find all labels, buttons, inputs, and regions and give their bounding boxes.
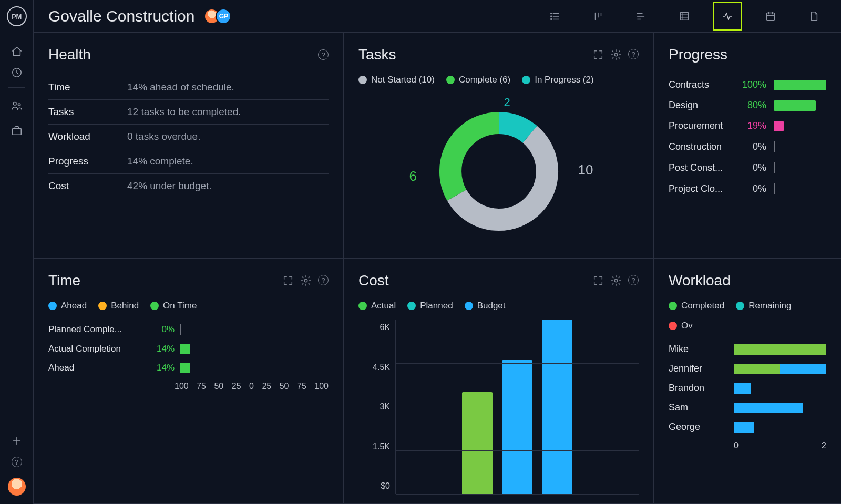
panel-title: Health bbox=[48, 46, 91, 63]
expand-icon[interactable] bbox=[282, 275, 294, 286]
gear-icon[interactable] bbox=[300, 275, 312, 286]
legend-item[interactable]: In Progress (2) bbox=[522, 75, 593, 85]
nav-recent-icon[interactable] bbox=[6, 62, 27, 83]
time-pct: 0% bbox=[148, 324, 175, 335]
time-pct: 14% bbox=[148, 344, 175, 354]
axis-tick: 100 bbox=[314, 382, 329, 399]
workload-bar bbox=[734, 403, 826, 413]
top-bar: Govalle Construction GP bbox=[34, 0, 841, 33]
panel-tasks: Tasks ? Not Started (10)Complete (6)In P… bbox=[344, 33, 654, 259]
legend-item[interactable]: Ov bbox=[669, 321, 693, 331]
sheet-view-icon[interactable] bbox=[670, 2, 699, 31]
legend-dot-icon bbox=[98, 302, 107, 310]
board-view-icon[interactable] bbox=[583, 2, 613, 31]
panel-workload: Workload CompletedRemainingOv MikeJennif… bbox=[654, 259, 841, 504]
health-label: Time bbox=[48, 81, 127, 93]
help-icon[interactable]: ? bbox=[628, 275, 639, 285]
workload-bar bbox=[734, 344, 826, 355]
progress-row: Contracts100% bbox=[669, 75, 826, 95]
legend-item[interactable]: Completed bbox=[669, 301, 724, 311]
progress-bar bbox=[774, 80, 826, 90]
expand-icon[interactable] bbox=[592, 275, 604, 286]
progress-bar bbox=[774, 121, 784, 131]
axis-tick: $0 bbox=[381, 481, 390, 491]
health-row: Progress14% complete. bbox=[48, 149, 329, 173]
panel-title: Cost bbox=[358, 272, 389, 289]
legend-dot-icon bbox=[48, 302, 57, 310]
time-axis: 1007550250255075100 bbox=[175, 382, 329, 399]
legend-item[interactable]: Planned bbox=[407, 301, 453, 311]
time-row: Ahead14% bbox=[48, 358, 329, 377]
axis-tick: 1.5K bbox=[373, 442, 390, 451]
time-name: Actual Completion bbox=[48, 344, 143, 354]
legend-label: Budget bbox=[477, 301, 506, 311]
axis-tick: 3K bbox=[380, 402, 390, 412]
legend-item[interactable]: Complete (6) bbox=[446, 75, 510, 85]
workload-name: Jennifer bbox=[669, 363, 726, 374]
nav-team-icon[interactable] bbox=[6, 95, 27, 116]
time-pct: 14% bbox=[148, 363, 175, 373]
gridline bbox=[396, 407, 639, 407]
sidebar-separator bbox=[8, 87, 25, 88]
legend-item[interactable]: Actual bbox=[358, 301, 396, 311]
progress-bar-zero bbox=[774, 141, 775, 152]
help-icon[interactable]: ? bbox=[628, 49, 639, 59]
progress-name: Post Const... bbox=[669, 162, 731, 173]
time-bar bbox=[180, 363, 190, 373]
nav-portfolio-icon[interactable] bbox=[6, 120, 27, 141]
legend-dot-icon bbox=[522, 76, 530, 84]
legend-label: Completed bbox=[681, 301, 724, 311]
file-view-icon[interactable] bbox=[799, 2, 828, 31]
axis-tick: 0 bbox=[249, 382, 254, 399]
health-value: 14% ahead of schedule. bbox=[127, 81, 234, 93]
legend-dot-icon bbox=[358, 302, 367, 310]
nav-help-icon[interactable]: ? bbox=[6, 451, 27, 472]
help-icon[interactable]: ? bbox=[318, 275, 329, 285]
gear-icon[interactable] bbox=[610, 275, 622, 286]
svg-point-9 bbox=[614, 53, 618, 56]
time-bar bbox=[180, 344, 190, 354]
axis-tick: 100 bbox=[175, 382, 189, 399]
gear-icon[interactable] bbox=[610, 49, 622, 60]
list-view-icon[interactable] bbox=[540, 2, 570, 31]
progress-name: Contracts bbox=[669, 79, 731, 90]
help-icon[interactable]: ? bbox=[318, 49, 329, 60]
progress-bar-zero bbox=[774, 162, 775, 173]
member-avatar[interactable]: GP bbox=[216, 8, 231, 24]
legend-item[interactable]: Not Started (10) bbox=[358, 75, 435, 85]
legend-item[interactable]: On Time bbox=[150, 301, 197, 311]
workload-name: George bbox=[669, 421, 726, 433]
progress-bar-zero bbox=[774, 183, 775, 194]
project-members[interactable]: GP bbox=[204, 8, 231, 24]
legend-item[interactable]: Ahead bbox=[48, 301, 87, 311]
legend-dot-icon bbox=[407, 302, 416, 310]
app-logo[interactable]: PM bbox=[7, 6, 27, 26]
nav-add-icon[interactable] bbox=[6, 430, 27, 451]
dashboard-view-icon[interactable] bbox=[713, 2, 742, 31]
current-user-avatar[interactable] bbox=[8, 478, 26, 496]
legend-item[interactable]: Behind bbox=[98, 301, 139, 311]
progress-row: Procurement19% bbox=[669, 116, 826, 136]
gantt-view-icon[interactable] bbox=[627, 2, 656, 31]
legend-item[interactable]: Budget bbox=[465, 301, 506, 311]
progress-row: Construction0% bbox=[669, 136, 826, 157]
workload-name: Brandon bbox=[669, 383, 726, 394]
tasks-donut-chart: 2 6 10 bbox=[358, 94, 639, 249]
svg-point-5 bbox=[551, 16, 552, 17]
svg-rect-3 bbox=[12, 128, 21, 135]
calendar-view-icon[interactable] bbox=[756, 2, 785, 31]
legend-item[interactable]: Remaining bbox=[736, 301, 791, 311]
legend-label: In Progress (2) bbox=[535, 75, 593, 85]
health-label: Workload bbox=[48, 131, 127, 142]
workload-legend: CompletedRemainingOv bbox=[669, 301, 826, 331]
gridline bbox=[396, 450, 639, 451]
legend-dot-icon bbox=[736, 302, 744, 310]
legend-dot-icon bbox=[465, 302, 473, 310]
workload-row: Mike bbox=[669, 340, 826, 359]
nav-home-icon[interactable] bbox=[6, 41, 27, 62]
donut-label-complete: 6 bbox=[409, 168, 417, 184]
health-row: Workload0 tasks overdue. bbox=[48, 124, 329, 149]
expand-icon[interactable] bbox=[592, 49, 604, 60]
donut-label-inprogress: 2 bbox=[504, 96, 510, 109]
tasks-legend: Not Started (10)Complete (6)In Progress … bbox=[358, 75, 639, 85]
